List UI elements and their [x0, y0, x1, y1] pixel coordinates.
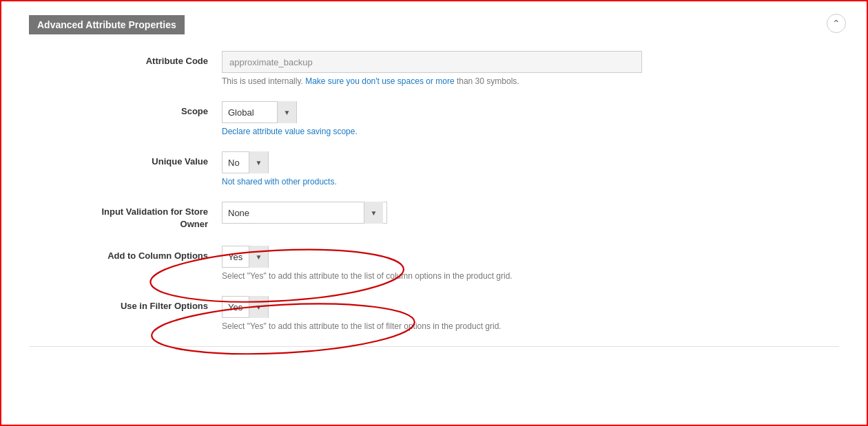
page-container: Advanced Attribute Properties ⌃ Attribut… — [1, 1, 867, 374]
collapse-icon: ⌃ — [832, 18, 840, 29]
scope-dropdown-arrow: ▼ — [277, 101, 296, 123]
hint-plain: This is used internally. — [222, 76, 303, 86]
scope-select-wrapper[interactable]: Global Website Store View ▼ — [222, 101, 297, 123]
unique-value-select-wrapper[interactable]: No Yes ▼ — [222, 151, 269, 173]
input-validation-row: Input Validation for Store Owner None Al… — [29, 202, 839, 231]
use-in-filter-dropdown-arrow: ▼ — [249, 296, 268, 318]
scope-hint: Declare attribute value saving scope. — [222, 127, 690, 136]
attribute-code-label: Attribute Code — [29, 51, 222, 67]
input-validation-select[interactable]: None Alphanumeric Alphanumeric with Spac… — [223, 202, 364, 224]
use-in-filter-hint: Select "Yes" to add this attribute to th… — [222, 321, 690, 331]
use-in-filter-hint-text: Select "Yes" to add this attribute to th… — [222, 321, 502, 331]
scope-field: Global Website Store View ▼ Declare attr… — [222, 101, 690, 136]
add-to-column-row: Add to Column Options Yes No ▼ Select "Y… — [29, 246, 839, 281]
add-to-column-select-wrapper[interactable]: Yes No ▼ — [222, 246, 269, 268]
attribute-code-field: This is used internally. Make sure you d… — [222, 51, 690, 86]
add-to-column-label: Add to Column Options — [29, 246, 222, 262]
unique-value-label: Unique Value — [29, 151, 222, 168]
unique-value-hint: Not shared with other products. — [222, 177, 690, 187]
unique-value-row: Unique Value No Yes ▼ Not shared with ot… — [29, 151, 839, 187]
scope-row: Scope Global Website Store View ▼ Declar… — [29, 101, 839, 136]
collapse-button[interactable]: ⌃ — [827, 14, 846, 33]
use-in-filter-label: Use in Filter Options — [29, 296, 222, 312]
input-validation-label-line1: Input Validation for Store — [101, 206, 208, 217]
hint-end: than 30 symbols. — [457, 76, 519, 86]
input-validation-dropdown-arrow: ▼ — [364, 202, 383, 224]
use-in-filter-select[interactable]: Yes No — [223, 296, 249, 318]
add-to-column-dropdown-arrow: ▼ — [249, 246, 268, 268]
unique-value-dropdown-arrow: ▼ — [249, 151, 268, 173]
attribute-code-input[interactable] — [222, 51, 642, 73]
input-validation-label: Input Validation for Store Owner — [29, 202, 222, 231]
scope-hint-text: Declare attribute value saving scope. — [222, 127, 358, 136]
add-to-column-select[interactable]: Yes No — [223, 246, 249, 268]
use-in-filter-field: Yes No ▼ Select "Yes" to add this attrib… — [222, 296, 690, 331]
input-validation-label-line2: Owner — [180, 219, 208, 229]
add-to-column-field: Yes No ▼ Select "Yes" to add this attrib… — [222, 246, 690, 281]
hint-link: Make sure you don't use spaces or more — [305, 76, 454, 86]
bottom-divider — [29, 346, 839, 347]
attribute-code-hint: This is used internally. Make sure you d… — [222, 76, 690, 86]
section-title: Advanced Attribute Properties — [37, 19, 176, 30]
input-validation-select-wrapper[interactable]: None Alphanumeric Alphanumeric with Spac… — [222, 202, 387, 224]
scope-select[interactable]: Global Website Store View — [223, 101, 277, 123]
unique-value-select[interactable]: No Yes — [223, 151, 249, 173]
attribute-code-row: Attribute Code This is used internally. … — [29, 51, 839, 86]
use-in-filter-select-wrapper[interactable]: Yes No ▼ — [222, 296, 269, 318]
add-to-column-hint: Select "Yes" to add this attribute to th… — [222, 271, 690, 281]
unique-value-hint-text: Not shared with other products. — [222, 177, 337, 187]
input-validation-field: None Alphanumeric Alphanumeric with Spac… — [222, 202, 690, 224]
scope-label: Scope — [29, 101, 222, 118]
add-to-column-hint-text: Select "Yes" to add this attribute to th… — [222, 271, 513, 281]
section-header: Advanced Attribute Properties — [29, 15, 185, 34]
use-in-filter-row: Use in Filter Options Yes No ▼ Select "Y… — [29, 296, 839, 331]
unique-value-field: No Yes ▼ Not shared with other products. — [222, 151, 690, 187]
